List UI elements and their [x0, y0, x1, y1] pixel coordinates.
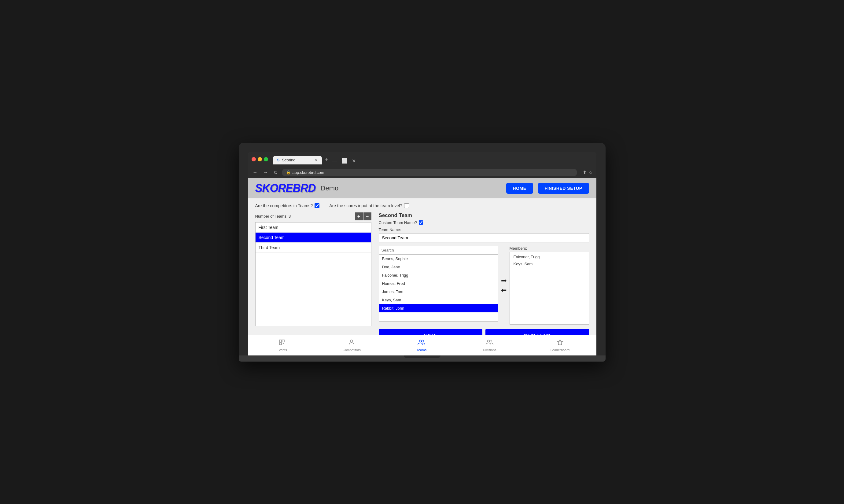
nav-item-competitors[interactable]: Competitors	[338, 338, 365, 353]
scores-team-level-checkbox[interactable]	[404, 203, 409, 208]
remove-team-btn[interactable]: −	[363, 212, 372, 220]
tab-label: Scoring	[282, 158, 295, 162]
nav-item-events[interactable]: Events	[270, 338, 294, 353]
competitors-teams-label: Are the competitors in Teams?	[255, 203, 313, 208]
app-main: Are the competitors in Teams? Are the sc…	[248, 198, 596, 335]
finished-setup-btn[interactable]: FINISHED SETUP	[538, 183, 589, 194]
leaderboard-icon	[557, 339, 563, 347]
forward-btn[interactable]: →	[262, 169, 269, 176]
svg-point-6	[419, 340, 421, 342]
tab-scoring[interactable]: S Scoring ×	[273, 156, 322, 164]
custom-name-label: Custom Team Name?	[379, 220, 417, 225]
events-icon	[279, 339, 285, 347]
nav-item-teams[interactable]: Teams	[409, 338, 434, 353]
member-homes-fred[interactable]: Homes, Fred	[379, 280, 498, 288]
right-panel: Second Team Custom Team Name? Team Name:	[379, 212, 589, 335]
member-falconer-trigg[interactable]: Falconer, Trigg	[379, 271, 498, 280]
members-right: Members: Falconer, Trigg Keys, Sam	[509, 246, 589, 325]
window-minimize-btn[interactable]: —	[331, 157, 338, 164]
tab-close-btn[interactable]: ×	[315, 158, 317, 163]
app-logo: SKOREBRD	[255, 182, 316, 195]
team-detail-title: Second Team	[379, 212, 589, 218]
scores-team-level-checkbox-item: Are the scores input at the team level?	[329, 203, 409, 208]
count-controls: + −	[355, 212, 372, 220]
nav-divisions-label: Divisions	[483, 348, 497, 352]
nav-events-label: Events	[277, 348, 287, 352]
bookmark-btn[interactable]: ☆	[589, 169, 593, 176]
team-item-third[interactable]: Third Team	[255, 243, 371, 253]
svg-point-8	[487, 340, 489, 342]
member-beans-sophie[interactable]: Beans, Sophie	[379, 255, 498, 263]
tab-favicon: S	[277, 158, 280, 162]
members-section: Beans, Sophie Doe, Jane Falconer, Trigg …	[379, 246, 589, 325]
bottom-nav: Events Competitors	[248, 335, 596, 356]
nav-leaderboard-label: Leaderboard	[551, 348, 570, 352]
team-name-label: Team Name:	[379, 228, 589, 232]
app-header: SKOREBRD Demo HOME FINISHED SETUP	[248, 178, 596, 198]
scores-team-level-label: Are the scores input at the team level?	[329, 203, 402, 208]
teams-count-bar: Number of Teams: 3 + −	[255, 212, 372, 220]
member-james-tom[interactable]: James, Tom	[379, 288, 498, 296]
remove-member-btn[interactable]: ⬅	[501, 286, 506, 294]
close-window-btn[interactable]: ×	[252, 157, 256, 161]
back-btn[interactable]: ←	[252, 169, 259, 176]
new-tab-btn[interactable]: +	[323, 156, 331, 164]
divisions-icon	[486, 339, 494, 347]
laptop-notch	[404, 356, 441, 358]
url-bar[interactable]: 🔒 app.skorebrd.com	[282, 169, 577, 176]
competitors-teams-checkbox[interactable]	[315, 203, 320, 208]
transfer-buttons: ➡ ⬅	[501, 246, 506, 294]
window-controls: × − +	[252, 157, 268, 161]
window-restore-btn[interactable]: ⬜	[340, 157, 349, 164]
member-doe-jane[interactable]: Doe, Jane	[379, 263, 498, 271]
available-list-wrap: Beans, Sophie Doe, Jane Falconer, Trigg …	[379, 246, 498, 322]
laptop-shell: × − + S Scoring × + — ⬜ ✕ ← →	[239, 143, 606, 362]
competitors-teams-checkbox-item: Are the competitors in Teams?	[255, 203, 320, 208]
address-bar: ← → ↻ 🔒 app.skorebrd.com ⬆ ☆	[248, 167, 596, 178]
assigned-falconer[interactable]: Falconer, Trigg	[511, 253, 588, 260]
app-viewport: SKOREBRD Demo HOME FINISHED SETUP Are th…	[248, 178, 596, 356]
home-btn[interactable]: HOME	[506, 183, 533, 194]
team-name-input[interactable]	[379, 233, 589, 242]
member-keys-sam[interactable]: Keys, Sam	[379, 296, 498, 304]
new-team-btn[interactable]: NEW TEAM	[485, 329, 589, 335]
action-buttons: SAVE NEW TEAM	[379, 329, 589, 335]
members-label: Members:	[509, 246, 589, 251]
refresh-btn[interactable]: ↻	[272, 169, 279, 176]
svg-rect-0	[280, 340, 282, 342]
svg-rect-2	[280, 343, 282, 345]
team-item-first[interactable]: First Team	[255, 222, 371, 233]
member-rabbit-john[interactable]: Rabbit, John	[379, 304, 498, 312]
left-panel: Number of Teams: 3 + − First Team Second…	[255, 212, 372, 335]
add-team-btn[interactable]: +	[355, 212, 363, 220]
team-item-second[interactable]: Second Team	[255, 233, 371, 243]
teams-list-box: First Team Second Team Third Team	[255, 222, 372, 326]
svg-point-9	[490, 340, 492, 342]
add-member-btn[interactable]: ➡	[501, 276, 506, 285]
nav-teams-label: Teams	[417, 348, 427, 352]
search-input[interactable]	[379, 246, 498, 254]
tab-bar: S Scoring × + — ⬜ ✕	[271, 156, 360, 164]
window-close-btn[interactable]: ✕	[351, 157, 357, 164]
checkbox-row: Are the competitors in Teams? Are the sc…	[255, 203, 589, 208]
nav-item-divisions[interactable]: Divisions	[478, 338, 502, 353]
lock-icon: 🔒	[286, 170, 291, 175]
laptop-base	[239, 356, 606, 362]
assigned-keys[interactable]: Keys, Sam	[511, 260, 588, 267]
svg-point-5	[350, 340, 353, 342]
url-text: app.skorebrd.com	[292, 170, 324, 175]
available-members-list: Beans, Sophie Doe, Jane Falconer, Trigg …	[379, 254, 498, 322]
svg-point-7	[421, 340, 424, 342]
save-btn[interactable]: SAVE	[379, 329, 482, 335]
browser-titlebar: × − + S Scoring × + — ⬜ ✕	[248, 152, 596, 167]
custom-name-checkbox[interactable]	[419, 220, 423, 224]
minimize-window-btn[interactable]: −	[258, 157, 262, 161]
competitors-icon	[348, 339, 355, 347]
teams-count-label: Number of Teams: 3	[255, 214, 291, 218]
share-btn[interactable]: ⬆	[582, 169, 587, 176]
browser-actions: ⬆ ☆	[582, 169, 593, 176]
browser-chrome: × − + S Scoring × + — ⬜ ✕ ← →	[248, 152, 596, 356]
nav-item-leaderboard[interactable]: Leaderboard	[546, 338, 574, 353]
maximize-window-btn[interactable]: +	[264, 157, 268, 161]
app-demo-label: Demo	[321, 184, 339, 192]
